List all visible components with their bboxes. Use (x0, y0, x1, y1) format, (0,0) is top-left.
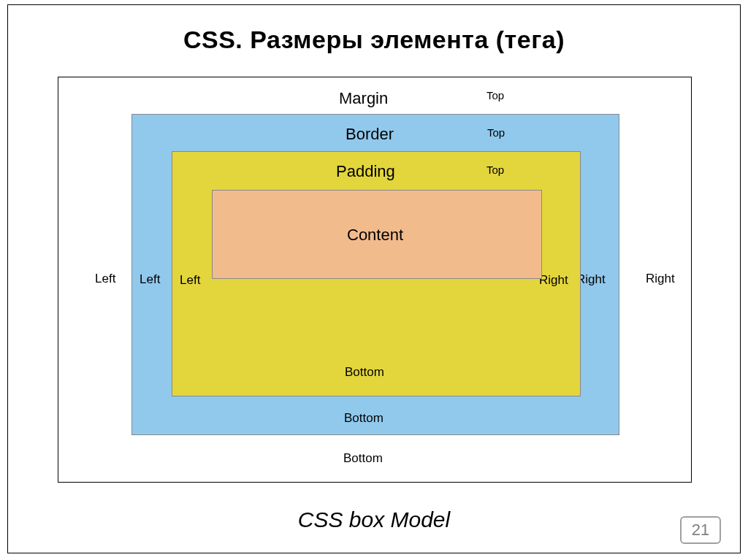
box-model-diagram: Margin Top Left Right Bottom Border Top … (58, 77, 692, 483)
padding-bottom-label: Bottom (345, 365, 384, 380)
padding-top-label: Top (486, 164, 504, 176)
page-number: 21 (680, 516, 721, 544)
slide-caption: CSS box Model (8, 507, 740, 532)
padding-layer: Padding Top Left Right Bottom Content (172, 151, 581, 396)
margin-label: Margin (339, 89, 388, 108)
slide-frame: CSS. Размеры элемента (тега) Margin Top … (7, 4, 741, 553)
padding-right-label: Right (539, 273, 568, 288)
padding-left-label: Left (180, 273, 200, 288)
border-label: Border (346, 125, 394, 144)
padding-label: Padding (336, 162, 395, 181)
content-layer: Content (212, 190, 542, 279)
margin-bottom-label: Bottom (343, 451, 383, 466)
border-top-label: Top (487, 126, 505, 139)
slide-title: CSS. Размеры элемента (тега) (8, 26, 740, 54)
content-label: Content (347, 226, 403, 245)
margin-top-label: Top (486, 89, 504, 101)
border-layer: Border Top Left Right Bottom Padding Top… (131, 114, 619, 435)
border-bottom-label: Bottom (344, 411, 383, 426)
margin-right-label: Right (646, 272, 675, 286)
margin-left-label: Left (95, 272, 115, 286)
border-left-label: Left (140, 272, 160, 287)
